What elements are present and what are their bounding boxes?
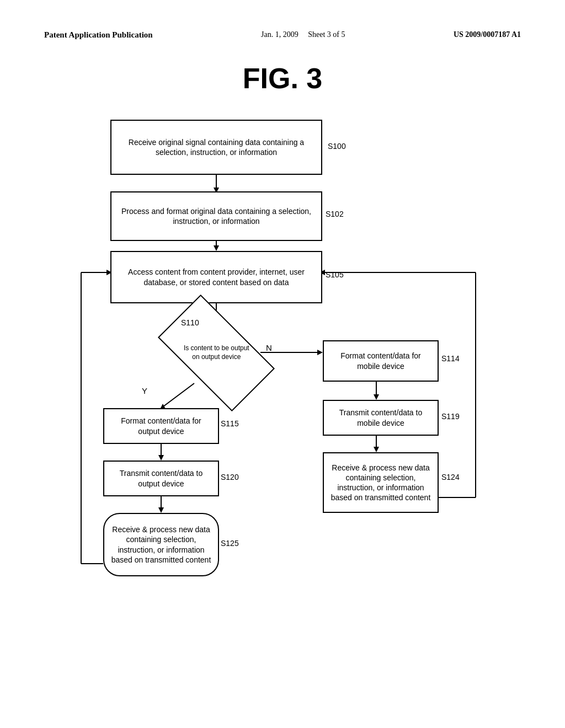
figure-title: FIG. 3 [0, 62, 565, 95]
step-s105-text: Access content from content provider, in… [117, 267, 316, 287]
header-date: Jan. 1, 2009 [261, 30, 299, 39]
step-s115-label: S115 [221, 419, 239, 428]
header-patent-number: US 2009/0007187 A1 [454, 30, 521, 39]
step-s102-label: S102 [326, 210, 344, 218]
svg-marker-15 [158, 455, 164, 461]
n-branch-label: N [266, 343, 272, 352]
step-s125-box: Receive & process new data containing se… [103, 513, 219, 576]
flowchart-diagram: Receive original signal containing data … [45, 111, 520, 690]
step-s110-label: S110 [181, 318, 199, 327]
svg-line-8 [161, 383, 194, 408]
step-s102-box: Process and format original data contain… [110, 191, 322, 241]
svg-marker-7 [317, 350, 323, 355]
step-s105-box: Access content from content provider, in… [110, 251, 322, 303]
header: Patent Application Publication Jan. 1, 2… [0, 0, 565, 51]
step-s100-label: S100 [328, 142, 346, 151]
step-s125-label: S125 [221, 539, 239, 548]
step-s105-label: S105 [326, 270, 344, 279]
step-s110-text: Is content to be output on output device [183, 344, 249, 361]
step-s120-label: S120 [221, 473, 239, 481]
header-date-sheet: Jan. 1, 2009 Sheet 3 of 5 [261, 30, 345, 39]
step-s120-text: Transmit content/data to output device [110, 468, 212, 488]
step-s124-label: S124 [441, 473, 460, 481]
step-s114-text: Format content/data for mobile device [329, 351, 432, 371]
step-s110-diamond: Is content to be output on output device [158, 295, 275, 411]
y-branch-label: Y [142, 386, 147, 395]
svg-marker-17 [158, 507, 164, 513]
step-s119-box: Transmit content/data to mobile device [323, 400, 439, 436]
step-s114-box: Format content/data for mobile device [323, 340, 439, 382]
svg-marker-11 [374, 394, 379, 400]
step-s119-label: S119 [441, 412, 460, 421]
step-s115-box: Format content/data for output device [103, 408, 219, 444]
step-s114-label: S114 [441, 354, 460, 363]
header-publication-label: Patent Application Publication [44, 30, 153, 40]
svg-marker-3 [214, 245, 219, 251]
step-s102-text: Process and format original data contain… [117, 206, 316, 226]
step-s125-text: Receive & process new data containing se… [110, 524, 212, 565]
step-s100-box: Receive original signal containing data … [110, 120, 322, 175]
step-s100-text: Receive original signal containing data … [117, 137, 316, 157]
page: Patent Application Publication Jan. 1, 2… [0, 0, 565, 728]
step-s124-text: Receive & process new data containing se… [329, 463, 432, 503]
svg-marker-13 [374, 447, 379, 452]
step-s119-text: Transmit content/data to mobile device [329, 408, 432, 427]
step-s115-text: Format content/data for output device [110, 416, 212, 436]
step-s124-box: Receive & process new data containing se… [323, 452, 439, 513]
header-sheet: Sheet 3 of 5 [308, 30, 345, 39]
step-s120-box: Transmit content/data to output device [103, 461, 219, 496]
